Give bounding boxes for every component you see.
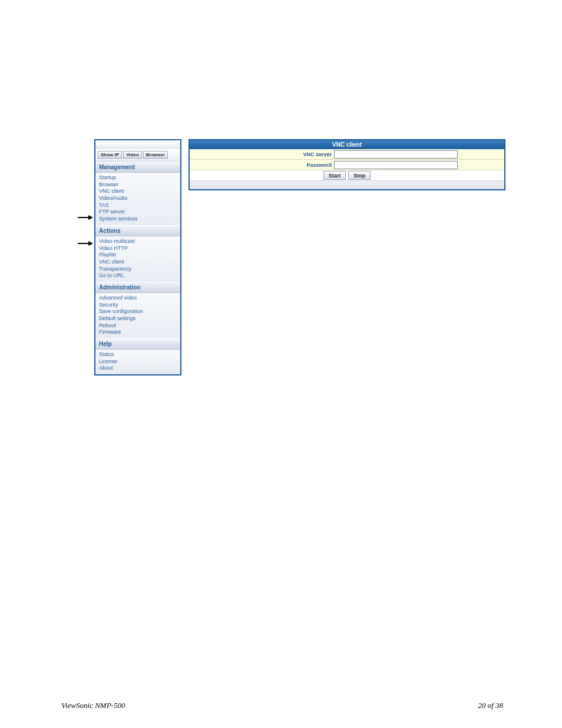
sidebar-spacer [95,140,180,149]
sidebar-item-video-http[interactable]: Video HTTP [99,245,177,252]
sidebar-item-license[interactable]: License [99,358,177,365]
page: Show IP Video Browser Management Startup… [0,0,562,728]
footer-right: 20 of 38 [478,701,503,710]
label-password: Password [190,162,334,168]
sidebar-items-management: Startup Browser VNC client Video/Audio T… [95,173,180,225]
vnc-server-input[interactable] [334,150,458,159]
sidebar-item-tas[interactable]: TAS [99,202,177,209]
row-footer [190,181,504,189]
sidebar-item-firmware[interactable]: Firmware [99,329,177,336]
password-input[interactable] [334,161,458,169]
sidebar-item-security[interactable]: Security [99,302,177,309]
sidebar-item-playlist[interactable]: Playlist [99,252,177,259]
row-vnc-server: VNC server [190,149,504,160]
sidebar-header-actions: Actions [95,225,180,236]
sidebar-item-status[interactable]: Status [99,351,177,358]
sidebar-items-help: Status License About [95,350,180,374]
sidebar-item-advanced-video[interactable]: Advanced video [99,295,177,302]
arrow-icon [78,215,93,220]
sidebar: Show IP Video Browser Management Startup… [94,139,181,375]
sidebar-item-system-services[interactable]: System services [99,216,177,223]
sidebar-item-go-to-url[interactable]: Go to URL [99,272,177,279]
label-vnc-server: VNC server [190,151,334,157]
sidebar-item-save-configuration[interactable]: Save configuration [99,308,177,315]
sidebar-item-browser[interactable]: Browser [99,182,177,189]
show-ip-button[interactable]: Show IP [98,151,122,159]
sidebar-items-actions: Video multicast Video HTTP Playlist VNC … [95,236,180,282]
svg-marker-1 [88,215,93,220]
sidebar-item-vnc-client-action[interactable]: VNC client [99,259,177,266]
browser-button[interactable]: Browser [143,151,168,159]
content-panel: VNC client VNC server Password Start Sto… [189,139,505,190]
sidebar-items-administration: Advanced video Security Save configurati… [95,293,180,338]
sidebar-item-vnc-client[interactable]: VNC client [99,188,177,195]
svg-marker-3 [88,241,93,246]
sidebar-item-ftp-server[interactable]: FTP server [99,209,177,216]
sidebar-header-administration: Administration [95,282,180,293]
video-button[interactable]: Video [123,151,142,159]
sidebar-item-video-audio[interactable]: Video/Audio [99,195,177,202]
panel-title: VNC client [190,140,504,149]
stop-button[interactable]: Stop [348,171,371,180]
sidebar-item-startup[interactable]: Startup [99,174,177,182]
sidebar-item-default-settings[interactable]: Default settings [99,315,177,322]
sidebar-header-management: Management [95,162,180,173]
row-password: Password [190,160,504,170]
sidebar-item-reboot[interactable]: Reboot [99,322,177,330]
arrow-icon [78,241,93,246]
sidebar-item-about[interactable]: About [99,365,177,372]
sidebar-item-transparency[interactable]: Transparency [99,266,177,273]
sidebar-item-video-multicast[interactable]: Video multicast [99,238,177,245]
footer-left: ViewSonic NMP-500 [61,701,125,710]
sidebar-button-row: Show IP Video Browser [95,149,180,162]
sidebar-header-help: Help [95,338,180,350]
start-button[interactable]: Start [323,171,346,180]
page-footer: ViewSonic NMP-500 20 of 38 [61,701,503,710]
row-buttons: Start Stop [190,170,504,181]
